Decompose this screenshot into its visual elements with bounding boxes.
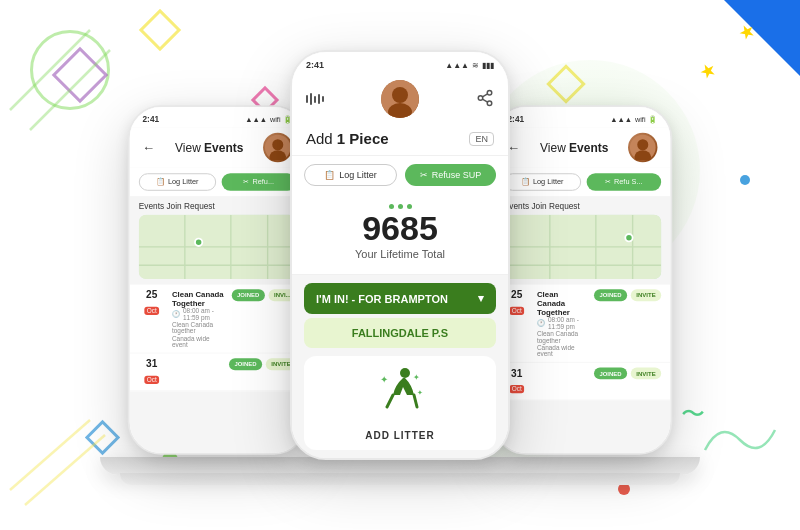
side-title-left: View Events xyxy=(175,141,243,155)
status-bar-right: 2:41 ▲▲▲ wifi 🔋 xyxy=(495,107,671,127)
svg-text:✦: ✦ xyxy=(380,374,388,385)
svg-line-19 xyxy=(482,93,487,96)
event-info-1-left: Clean Canada Together 🕐 08:00 am - 11:59… xyxy=(172,289,224,348)
svg-point-24 xyxy=(637,139,648,150)
event-time-1-left: 🕐 08:00 am - 11:59 pm xyxy=(172,308,224,321)
wifi-icon-r: wifi xyxy=(635,115,646,123)
btn-row-left: 📋 Log Litter ✂ Refu... xyxy=(130,168,306,197)
battery-icon-r: 🔋 xyxy=(648,115,657,123)
refuse-icon-left: ✂ xyxy=(243,178,249,186)
svg-point-25 xyxy=(634,150,651,160)
event-month-badge-2-left: Oct xyxy=(144,376,160,384)
event-month-badge-2-right: Oct xyxy=(509,385,525,393)
avatar-img-right xyxy=(630,135,656,161)
add-litter-section[interactable]: ✦ ✦ ✦ ADD LITTER xyxy=(304,356,496,450)
events-label-left: Events Join Request xyxy=(130,196,306,214)
event-actions-1-right: JOINED INVITE xyxy=(594,289,661,301)
add-litter-icon: ✦ ✦ ✦ xyxy=(375,365,425,424)
status-bar-center: 2:41 ▲▲▲ ≋ ▮▮▮ xyxy=(292,52,508,74)
svg-line-0 xyxy=(10,30,90,110)
center-phone-title: Add 1 Piece EN xyxy=(292,124,508,156)
joined-btn-2-left[interactable]: JOINED xyxy=(229,358,262,370)
lifetime-section: 9685 Your Lifetime Total xyxy=(292,194,508,275)
svg-text:✦: ✦ xyxy=(413,373,420,382)
event-actions-2-right: JOINED INVITE xyxy=(594,367,661,379)
svg-line-3 xyxy=(25,435,105,505)
action-btn-main[interactable]: I'M IN! - FOR BRAMPTON ▾ xyxy=(304,283,496,314)
invite-btn-2-right[interactable]: INVITE xyxy=(631,367,661,379)
events-label-right: Events Join Request xyxy=(495,196,671,214)
svg-point-16 xyxy=(478,95,483,100)
event-actions-1-left: JOINED INVI... xyxy=(232,289,297,301)
signal-icon-r: ▲▲▲ xyxy=(610,115,632,123)
log-icon-left: 📋 xyxy=(156,178,165,186)
log-litter-btn-right[interactable]: 📋 Log Litter xyxy=(504,173,581,190)
action-btn-sub[interactable]: FALLINGDALE P.S xyxy=(304,318,496,348)
event-actions-2-left: JOINED INVITE xyxy=(229,358,296,370)
status-bar-left: 2:41 ▲▲▲ wifi 🔋 xyxy=(130,107,306,127)
phone-left: 2:41 ▲▲▲ wifi 🔋 ← View Events xyxy=(128,105,307,455)
joined-btn-1-left[interactable]: JOINED xyxy=(232,289,265,301)
event-month-badge-1-right: Oct xyxy=(509,307,525,315)
deco-lines-br xyxy=(700,410,780,470)
lifetime-label: Your Lifetime Total xyxy=(306,248,494,260)
status-time-right: 2:41 xyxy=(508,114,525,123)
top-nav-right: ← View Events xyxy=(495,127,671,167)
map-svg-right xyxy=(504,215,661,279)
map-dot-right xyxy=(624,233,633,242)
refuse-btn-right[interactable]: ✂ Refu S... xyxy=(586,173,661,190)
top-nav-center xyxy=(292,74,508,124)
status-time-center: 2:41 xyxy=(306,60,324,70)
map-area-left xyxy=(139,215,296,279)
btn-row-center: 📋 Log Litter ✂ Refuse SUP xyxy=(292,156,508,194)
event-month-badge-1-left: Oct xyxy=(144,307,160,315)
waveform-icon xyxy=(306,93,324,105)
refuse-icon-center: ✂ xyxy=(420,170,428,180)
phone-center-screen: 2:41 ▲▲▲ ≋ ▮▮▮ xyxy=(292,52,508,458)
lang-badge[interactable]: EN xyxy=(469,132,494,146)
event-info-1-right: Clean Canada Together 🕐 08:00 am - 11:59… xyxy=(537,289,587,357)
event-time-1-right: 🕐 08:00 am - 11:59 pm xyxy=(537,317,587,330)
signal-icon: ▲▲▲ xyxy=(245,115,267,123)
log-icon-center: 📋 xyxy=(324,170,335,180)
log-litter-btn-left[interactable]: 📋 Log Litter xyxy=(139,173,216,190)
phone-right-screen: 2:41 ▲▲▲ wifi 🔋 ← View Events xyxy=(495,107,671,453)
status-time-left: 2:41 xyxy=(143,114,160,123)
back-arrow-left[interactable]: ← xyxy=(143,140,156,155)
avatar-face-right xyxy=(630,135,656,161)
event-item-2-left: 31 Oct JOINED INVITE xyxy=(130,354,306,392)
refuse-btn-left[interactable]: ✂ Refu... xyxy=(221,173,296,190)
status-icons-right: ▲▲▲ wifi 🔋 xyxy=(610,115,657,123)
avatar-center xyxy=(381,80,419,118)
phone-right: 2:41 ▲▲▲ wifi 🔋 ← View Events xyxy=(493,105,672,455)
wifi-icon: wifi xyxy=(270,115,281,123)
avatar-img-left xyxy=(265,135,291,161)
avatar-face-left xyxy=(265,135,291,161)
svg-text:✦: ✦ xyxy=(417,389,423,396)
side-title-right: View Events xyxy=(540,141,608,155)
share-icon-center[interactable] xyxy=(476,89,494,110)
battery-icon-c: ▮▮▮ xyxy=(482,61,494,70)
btn-row-right: 📋 Log Litter ✂ Refu S... xyxy=(495,168,671,197)
avatar-left xyxy=(263,133,292,162)
share-svg xyxy=(476,89,494,107)
status-icons-left: ▲▲▲ wifi 🔋 xyxy=(245,115,292,123)
phone-left-screen: 2:41 ▲▲▲ wifi 🔋 ← View Events xyxy=(130,107,306,453)
status-icons-center: ▲▲▲ ≋ ▮▮▮ xyxy=(445,61,494,70)
avatar-right xyxy=(628,133,657,162)
event-item-1-right: 25 Oct Clean Canada Together 🕐 08:00 am … xyxy=(495,285,671,363)
invite-btn-1-right[interactable]: INVITE xyxy=(631,289,661,301)
svg-point-17 xyxy=(487,101,492,106)
joined-btn-1-right[interactable]: JOINED xyxy=(594,289,627,301)
refuse-btn-center[interactable]: ✂ Refuse SUP xyxy=(405,164,496,186)
joined-btn-2-right[interactable]: JOINED xyxy=(594,367,627,379)
svg-point-15 xyxy=(487,90,492,95)
deco-dot-blue-tr xyxy=(740,175,750,185)
log-litter-btn-center[interactable]: 📋 Log Litter xyxy=(304,164,397,186)
avatar-img-center xyxy=(381,80,419,118)
map-dot-left xyxy=(194,238,203,247)
lifetime-number: 9685 xyxy=(306,211,494,245)
svg-line-18 xyxy=(482,99,487,102)
svg-point-5 xyxy=(269,150,286,160)
event-item-2-right: 31 Oct JOINED INVITE xyxy=(495,363,671,401)
